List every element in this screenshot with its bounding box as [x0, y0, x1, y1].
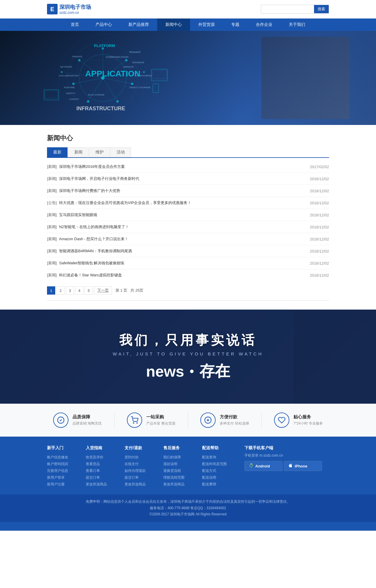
news-date: 2016/12/02 [310, 177, 329, 181]
page-next[interactable]: 下一页 [94, 286, 112, 295]
footer-link[interactable]: 配送说明 [202, 475, 227, 480]
footer-link[interactable]: 在线支付 [125, 462, 146, 467]
footer-copyright: ©2009-2017 深圳电子市场网 All Rights Reserved [47, 511, 329, 518]
page-3[interactable]: 3 [66, 286, 74, 295]
news-title[interactable]: SafeWallet智能钱包 解决钱包被偷烦恼 [59, 260, 310, 266]
footer-link[interactable]: 更改所选商品 [86, 482, 107, 487]
footer-link[interactable]: 如何办理退款 [125, 468, 146, 473]
svg-text:WEBSITE: WEBSITE [123, 66, 134, 68]
footer-link[interactable]: 新用户注册 [47, 482, 68, 487]
svg-rect-43 [151, 69, 167, 81]
svg-line-15 [73, 78, 103, 84]
page-5[interactable]: 5 [85, 286, 93, 295]
feature-service: 贴心服务 7*24小时 专业服务 [274, 412, 323, 428]
feature-quality-desc: 品牌直销 海陶无忧 [73, 421, 102, 426]
search-button[interactable]: 搜索 [314, 5, 329, 13]
news-item: [新闻] 科幻迷必备！Star Wars虚拟控影键盘 2016/12/02 [47, 269, 329, 281]
iphone-download-button[interactable]: iPhone [284, 461, 322, 471]
footer-link[interactable]: 更改所选商品 [125, 482, 146, 487]
footer-link[interactable]: 账户密码找回 [47, 462, 68, 467]
footer-link[interactable]: 配送费用 [202, 482, 227, 487]
footer-mobile-url: 手机登录 m.szdz.com.cn [244, 453, 329, 458]
footer-link[interactable]: 更改所选商品 [163, 482, 184, 487]
banner-network-graphic: PLATFORM Research FINANCE COMMUNICATION … [15, 31, 191, 125]
logo-sub-text: szdz.com.cn [59, 11, 91, 15]
footer-columns: 新手入门 账户信息修改 账户密码找回 完善用户信息 新用户登录 新用户注册 入货… [47, 445, 329, 489]
news-title[interactable]: 深圳电子市场网，开启电子行业电子商务新时代 [59, 176, 310, 181]
page-1[interactable]: 1 [47, 286, 55, 295]
footer-link[interactable]: 完善用户信息 [47, 468, 68, 473]
tab-activity[interactable]: 活动 [110, 147, 131, 157]
tab-maintenance[interactable]: 维护 [89, 147, 110, 157]
news-date: 2016/12/02 [310, 225, 329, 229]
page-4[interactable]: 4 [75, 286, 83, 295]
news-title[interactable]: 智能调酒器B4RM4N：手机教你调制鸡尾酒 [59, 248, 310, 254]
svg-text:Research: Research [129, 51, 141, 54]
svg-point-48 [137, 423, 137, 423]
footer-link[interactable]: 我们的保障 [163, 455, 184, 460]
news-date: 2016/12/02 [310, 201, 329, 205]
svg-rect-42 [45, 91, 58, 98]
footer-link[interactable]: 配送时间及范围 [202, 462, 227, 467]
tab-latest[interactable]: 最新 [47, 147, 68, 157]
footer-link[interactable]: 配送查询 [202, 455, 227, 460]
footer-link[interactable]: 货到付款 [125, 455, 146, 460]
promo-banner: 我们，只用事实说话 WAIT, JUST TO GIVE YOU BETTER … [0, 310, 376, 404]
footer-link[interactable]: 理赔流程范围 [163, 475, 184, 480]
news-item: [新闻] 深圳电子市场网，开启电子行业电子商务新时代 2016/12/02 [47, 173, 329, 185]
footer-link[interactable]: 查看货品 [86, 462, 107, 467]
tab-news[interactable]: 新闻 [68, 147, 89, 157]
news-tag: [新闻] [47, 212, 57, 218]
svg-point-47 [133, 423, 134, 423]
footer-bottom: 免费申明：网站信息供个人会员和企业会员自主发布，深圳电子商场不承担介于内容的合法… [0, 495, 376, 522]
news-tag: [新闻] [47, 164, 57, 169]
nav-item-products[interactable]: 产品中心 [87, 19, 120, 31]
feature-divider1 [114, 413, 115, 427]
nav-item-partner[interactable]: 合作企业 [248, 19, 281, 31]
news-date: 2017/02/02 [310, 165, 329, 169]
footer-link[interactable]: 配送方式 [202, 468, 227, 473]
main-nav: 首页 产品中心 新产品推荐 新闻中心 外贸货源 专题 合作企业 关于我们 [0, 19, 376, 31]
news-title[interactable]: 特大优惠：现在注册企业会员可优惠成为VIP企业会员，享受更多的优惠服务！ [59, 200, 310, 206]
nav-item-news[interactable]: 新闻中心 [157, 19, 190, 31]
news-title[interactable]: 深圳电子市场网付费推广的十大优势 [59, 188, 310, 193]
page-2[interactable]: 2 [56, 286, 65, 295]
logo: E 深圳电子市场 szdz.com.cn [47, 4, 91, 15]
nav-item-home[interactable]: 首页 [63, 19, 87, 31]
footer-link[interactable]: 账户信息修改 [47, 455, 68, 460]
news-title[interactable]: N2智能笔：在纸上的画拷进到电脑里了！ [59, 224, 310, 230]
news-tag: [新闻] [47, 188, 57, 193]
nav-item-about[interactable]: 关于我们 [281, 19, 313, 31]
svg-rect-45 [153, 84, 159, 93]
footer-link[interactable]: 提交订单 [125, 475, 146, 480]
footer-link[interactable]: 查看订单 [86, 468, 107, 473]
nav-item-foreign[interactable]: 外贸货源 [190, 19, 223, 31]
footer-contact: 服务电话：400-775-9688 售后QQ：3168494002 [47, 505, 329, 512]
nav-item-special[interactable]: 专题 [223, 19, 248, 31]
service-icon [274, 412, 289, 428]
search-input[interactable] [261, 6, 314, 13]
news-title[interactable]: Amazon Dash - 想买什么？开口说出来！ [59, 236, 310, 242]
footer-link[interactable]: 收货及评价 [86, 455, 107, 460]
android-label: Android [255, 464, 270, 468]
footer-link[interactable]: 退换货流程 [163, 468, 184, 473]
news-item: [新闻] SafeWallet智能钱包 解决钱包被偷烦恼 2016/12/02 [47, 257, 329, 269]
feature-divider3 [261, 413, 262, 427]
footer-link[interactable]: 退款说明 [163, 462, 184, 467]
divider [47, 300, 329, 301]
feature-payment-title: 方便付款 [220, 414, 249, 420]
footer-payment-title: 支付/退款 [125, 445, 146, 451]
news-title[interactable]: 深圳电子市场网2016年度会员合作方案 [59, 164, 310, 169]
feature-purchase-desc: 产品丰富 整合货源 [146, 421, 175, 426]
news-title[interactable]: 宝马跟踪现实智能眼镜 [59, 212, 310, 218]
footer-link[interactable]: 新用户登录 [47, 475, 68, 480]
android-download-button[interactable]: Android [244, 461, 283, 471]
footer-link[interactable]: 提交订单 [86, 475, 107, 480]
banner2-zh-text: 我们，只用事实说话 [119, 332, 257, 349]
footer-col-delivery: 配送帮助 配送查询 配送时间及范围 配送方式 配送说明 配送费用 [202, 445, 227, 489]
purchase-icon [127, 412, 142, 428]
svg-line-23 [73, 60, 79, 84]
banner2-dot [190, 370, 194, 373]
nav-item-new-products[interactable]: 新产品推荐 [120, 19, 157, 31]
news-title[interactable]: 科幻迷必备！Star Wars虚拟控影键盘 [59, 273, 310, 278]
